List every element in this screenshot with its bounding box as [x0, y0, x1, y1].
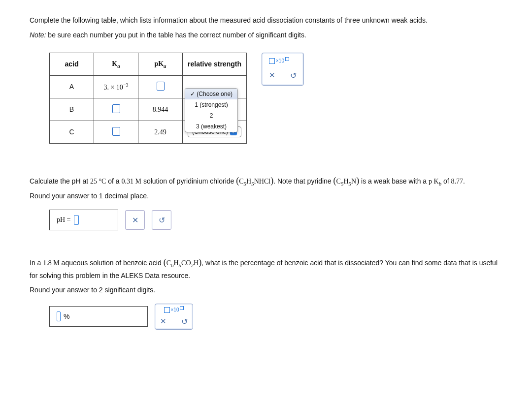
sci-x10-label: ×10 [171, 307, 179, 312]
dropdown-option-3[interactable]: 3 (weakest) [185, 121, 237, 132]
q3-conc: 1.8 M [43, 259, 59, 267]
sci-exp-icon [285, 57, 289, 61]
q1-tool-panel: ×10 ✕ ↺ [262, 53, 304, 86]
g3e: CO [181, 259, 191, 267]
ph-label: pH = [57, 216, 71, 224]
header-row: acid Ka pKa relative strength [50, 53, 247, 75]
q2-text-f: of [441, 177, 451, 185]
ka-sub: a [117, 63, 120, 69]
ka-a-exp: −3 [123, 82, 129, 88]
text-cursor-icon [74, 215, 79, 225]
sci-notation-button[interactable]: ×10 [164, 307, 184, 313]
pkb-val: 8.77 [451, 178, 464, 185]
dropdown-option-2[interactable]: 2 [185, 110, 237, 121]
text-cursor-icon [57, 311, 61, 321]
reset-button[interactable]: ↺ [181, 317, 188, 326]
ph-answer-box[interactable]: pH = [49, 210, 118, 230]
f1c: H [246, 178, 251, 185]
th-acid: acid [50, 53, 94, 75]
clear-button[interactable]: ✕ [125, 210, 145, 230]
dropdown-head[interactable]: ✓ (Choose one) [185, 89, 237, 99]
q3-round: Round your answer to 2 significant digit… [30, 286, 502, 294]
reset-button[interactable]: ↺ [290, 71, 297, 80]
f2a: C [336, 178, 341, 185]
sci-notation-button[interactable]: ×10 [269, 58, 289, 64]
f2e: N [351, 178, 356, 185]
pka-base: pK [154, 60, 164, 67]
sci-x10-label: ×10 [276, 58, 284, 63]
q3-tool-panel: ×10 ✕ ↺ [155, 304, 193, 330]
input-placeholder-icon[interactable] [112, 127, 120, 136]
q2-conc: 0.31 M [122, 178, 141, 185]
cell-ka-a: 3. × 10−3 [94, 75, 138, 98]
q1-intro: Complete the following table, which list… [30, 15, 502, 26]
q2-text-c: solution of pyridinium chloride [141, 177, 236, 185]
cell-acid-b: B [50, 98, 94, 121]
ka-base: K [112, 60, 117, 67]
f1a: C [239, 178, 243, 185]
q2-text-d: . Note that pyridine [273, 177, 333, 185]
cell-pka-c: 2.49 [138, 121, 183, 143]
percent-answer-box[interactable]: % [49, 306, 148, 327]
th-ka: Ka [94, 53, 138, 75]
cell-pka-a[interactable] [138, 75, 183, 98]
cell-rel-a[interactable]: ✓ (Choose one) 1 (strongest) 2 3 (weakes… [183, 75, 247, 98]
th-pka: pKa [138, 53, 183, 75]
q3-text-b: aqueous solution of benzoic acid [60, 259, 164, 267]
f1e: NHCl [254, 178, 270, 185]
cell-acid-c: C [50, 121, 94, 143]
ka-a-value: 3. × 10 [103, 84, 123, 91]
table-row: A 3. × 10−3 ✓ (Choose one) 1 (strongest)… [50, 75, 247, 98]
q2-answer-row: pH = ✕ ↺ [49, 210, 502, 230]
question-3: In a 1.8 M aqueous solution of benzoic a… [30, 255, 502, 329]
cell-ka-c[interactable] [94, 121, 138, 143]
pka-b-value: 8.944 [153, 106, 168, 113]
check-icon: ✓ [190, 91, 195, 97]
reset-button[interactable]: ↺ [152, 210, 171, 230]
dropdown-option-1[interactable]: 1 (strongest) [185, 99, 237, 110]
q1-note: Note: be sure each number you put in the… [30, 30, 502, 40]
q2-round: Round your answer to 1 decimal place. [30, 192, 502, 200]
sci-base-icon [269, 58, 275, 64]
pka-c-value: 2.49 [154, 128, 166, 136]
cell-acid-a: A [50, 75, 94, 98]
pkb-pre: p K [429, 178, 439, 185]
q2-text: Calculate the pH at 25 °C of a 0.31 M so… [30, 173, 502, 188]
q1-table-wrap: acid Ka pKa relative strength A 3. × 10−… [49, 53, 502, 144]
th-rel-label: relative strength [188, 60, 241, 68]
strength-dropdown-menu[interactable]: ✓ (Choose one) 1 (strongest) 2 3 (weakes… [185, 88, 238, 132]
clear-button[interactable]: ✕ [269, 71, 275, 80]
question-2: Calculate the pH at 25 °C of a 0.31 M so… [30, 173, 502, 231]
q2-temp: 25 °C [90, 178, 106, 185]
g3c: H [173, 259, 178, 267]
pka-sub: a [164, 63, 166, 69]
dropdown-head-label: (Choose one) [197, 91, 233, 97]
q3-answer-row: % ×10 ✕ ↺ [49, 304, 502, 330]
input-placeholder-icon[interactable] [157, 82, 165, 91]
clear-button[interactable]: ✕ [160, 317, 166, 326]
input-placeholder-icon[interactable] [112, 104, 120, 113]
q2-text-e: is a weak base with a [359, 177, 429, 185]
percent-label: % [64, 312, 69, 320]
g3a: C [166, 259, 171, 267]
cell-ka-b[interactable] [94, 98, 138, 121]
cell-pka-b: 8.944 [138, 98, 183, 121]
f2c: H [343, 178, 348, 185]
q2-text-g: . [463, 177, 465, 185]
sci-base-icon [164, 307, 170, 313]
question-1: Complete the following table, which list… [30, 15, 502, 144]
q2-text-b: of a [106, 177, 121, 185]
q3-text-a: In a [30, 259, 43, 267]
th-rel: relative strength [183, 53, 247, 75]
acid-table: acid Ka pKa relative strength A 3. × 10−… [49, 53, 247, 144]
g3g: H [194, 259, 199, 267]
q3-text: In a 1.8 M aqueous solution of benzoic a… [30, 255, 502, 281]
note-rest: be sure each number you put in the table… [46, 31, 306, 39]
q2-text-a: Calculate the pH at [30, 177, 90, 185]
th-acid-label: acid [65, 60, 78, 68]
note-prefix: Note: [30, 31, 46, 39]
sci-exp-icon [180, 306, 184, 310]
